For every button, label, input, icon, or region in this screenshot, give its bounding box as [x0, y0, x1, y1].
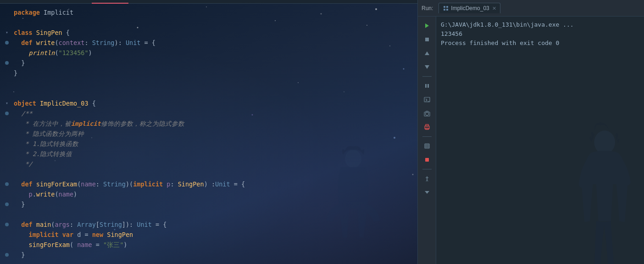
line-code: } [14, 199, 413, 209]
line-code: println("123456") [14, 48, 413, 58]
scroll-up-button[interactable] [421, 47, 433, 60]
stop-red-button[interactable] [421, 153, 433, 166]
run-panel-body: G:\JAVA\jdk1.8.0_131\bin\java.exe ...123… [418, 17, 644, 264]
code-line: } [0, 68, 417, 78]
code-line: singForExam( name = "张三") [0, 240, 417, 250]
output-line: 123456 [441, 29, 639, 39]
code-line: * 1.隐式转换函数 [0, 139, 417, 149]
active-tab-indicator [92, 0, 128, 4]
toolbar-divider-1 [422, 76, 432, 77]
run-tab-close[interactable]: ✕ [492, 6, 496, 11]
print-button[interactable] [421, 121, 433, 134]
code-line: } [0, 250, 417, 260]
code-line [0, 78, 417, 88]
line-code: * 在方法中，被implicit修饰的参数，称之为隐式参数 [14, 118, 413, 129]
svg-line-50 [427, 180, 428, 181]
settings-button[interactable] [421, 140, 433, 152]
run-button[interactable] [421, 19, 433, 32]
line-gutter [0, 61, 14, 65]
svg-point-36 [425, 112, 428, 116]
pin-button[interactable] [421, 172, 433, 185]
down-arrow-button[interactable] [421, 186, 433, 199]
code-line: package Implicit [0, 7, 417, 17]
svg-marker-28 [425, 51, 429, 55]
code-line: println("123456") [0, 48, 417, 58]
svg-rect-46 [425, 158, 429, 162]
line-gutter [0, 223, 14, 226]
code-line: ▾class SingPen { [0, 28, 417, 38]
code-line: /** [0, 108, 417, 118]
line-gutter [0, 202, 14, 206]
svg-line-34 [426, 100, 427, 101]
console-button[interactable] [421, 93, 433, 106]
code-line [0, 260, 417, 264]
line-code: implicit var d = new SingPen [14, 230, 413, 240]
run-character-silhouette [557, 117, 644, 264]
line-code: package Implicit [14, 7, 413, 17]
toolbar-divider-3 [422, 169, 432, 169]
main-container: package Implicit▾class SingPen { def wri… [0, 0, 644, 264]
svg-rect-30 [425, 84, 427, 88]
run-tab-icon [443, 5, 449, 11]
run-toolbar [418, 17, 436, 264]
svg-rect-25 [446, 9, 448, 11]
line-gutter [0, 182, 14, 186]
output-line: Process finished with exit code 0 [441, 39, 639, 48]
code-line: ▾object ImplicDemo_03 { [0, 98, 417, 108]
svg-rect-22 [444, 6, 445, 8]
run-tab[interactable]: ImplicDemo_03 ✕ [439, 3, 500, 13]
code-line: def singForExam(name: String)(implicit p… [0, 179, 417, 189]
line-code: * 1.隐式转换函数 [14, 139, 413, 149]
line-gutter [0, 112, 14, 115]
run-panel-header: Run: ImplicDemo_03 ✕ [418, 0, 644, 17]
snapshot-button[interactable] [421, 107, 433, 120]
svg-rect-31 [427, 84, 429, 88]
tab-item-2 [165, 0, 193, 4]
code-line: */ [0, 159, 417, 169]
run-tab-name: ImplicDemo_03 [451, 5, 489, 11]
svg-rect-24 [444, 9, 445, 11]
pause-button[interactable] [421, 79, 433, 92]
code-editor: package Implicit▾class SingPen { def wri… [0, 4, 417, 264]
line-code: def write(context: String): Unit = { [14, 38, 413, 48]
code-line: } [0, 58, 417, 68]
line-code: } [14, 250, 413, 260]
code-line: * 在方法中，被implicit修饰的参数，称之为隐式参数 [0, 118, 417, 129]
line-code: /** [14, 108, 413, 118]
svg-rect-23 [446, 6, 448, 8]
line-code: class SingPen { [14, 28, 413, 38]
editor-panel: package Implicit▾class SingPen { def wri… [0, 0, 417, 264]
line-gutter [0, 41, 14, 45]
line-code: */ [14, 159, 413, 169]
svg-line-33 [426, 99, 427, 100]
top-tab-bar [0, 0, 417, 4]
line-code: singForExam( name = "张三") [14, 240, 413, 250]
tab-item [133, 0, 161, 4]
svg-marker-29 [425, 65, 429, 69]
svg-marker-51 [425, 191, 429, 194]
line-code: object ImplicDemo_03 { [14, 98, 413, 108]
code-line: def main(args: Array[String]): Unit = { [0, 219, 417, 230]
output-line: G:\JAVA\jdk1.8.0_131\bin\java.exe ... [441, 20, 639, 29]
svg-rect-27 [425, 38, 429, 41]
line-gutter [0, 253, 14, 257]
code-line [0, 17, 417, 28]
code-line: * 隐式函数分为两种 [0, 129, 417, 139]
run-label: Run: [422, 5, 433, 11]
code-line [0, 209, 417, 219]
run-output: G:\JAVA\jdk1.8.0_131\bin\java.exe ...123… [436, 17, 644, 51]
scroll-down-button[interactable] [421, 61, 433, 73]
line-code: def singForExam(name: String)(implicit p… [14, 179, 413, 189]
code-line: * 2.隐式转换值 [0, 149, 417, 159]
line-gutter: ▾ [0, 28, 14, 38]
svg-point-52 [594, 130, 615, 154]
svg-rect-41 [425, 144, 429, 148]
line-code: } [14, 68, 413, 78]
code-line: } [0, 199, 417, 209]
line-code: p.write(name) [14, 189, 413, 199]
line-code: def main(args: Array[String]): Unit = { [14, 219, 413, 230]
run-output-area: G:\JAVA\jdk1.8.0_131\bin\java.exe ...123… [436, 17, 644, 264]
code-line [0, 88, 417, 98]
stop-button[interactable] [421, 33, 433, 46]
line-code: * 2.隐式转换值 [14, 149, 413, 159]
